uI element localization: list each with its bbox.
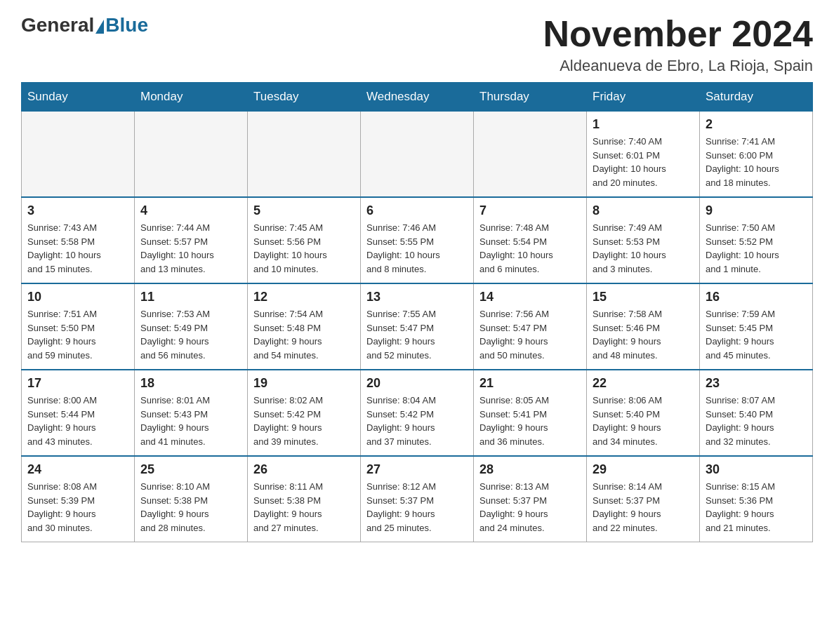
day-cell: 19Sunrise: 8:02 AMSunset: 5:42 PMDayligh… (248, 370, 361, 456)
day-number: 20 (366, 376, 468, 391)
day-info: Sunrise: 7:58 AMSunset: 5:46 PMDaylight:… (593, 307, 694, 362)
day-cell: 14Sunrise: 7:56 AMSunset: 5:47 PMDayligh… (474, 283, 587, 370)
day-cell: 3Sunrise: 7:43 AMSunset: 5:58 PMDaylight… (22, 197, 135, 283)
day-number: 14 (479, 290, 581, 304)
day-cell: 23Sunrise: 8:07 AMSunset: 5:40 PMDayligh… (700, 370, 813, 456)
day-cell: 25Sunrise: 8:10 AMSunset: 5:38 PMDayligh… (135, 456, 248, 542)
day-info: Sunrise: 8:01 AMSunset: 5:43 PMDaylight:… (140, 394, 241, 448)
month-title: November 2024 (543, 14, 813, 54)
day-number: 6 (366, 203, 468, 218)
day-number: 16 (706, 290, 807, 304)
week-row-3: 10Sunrise: 7:51 AMSunset: 5:50 PMDayligh… (22, 283, 813, 370)
week-row-2: 3Sunrise: 7:43 AMSunset: 5:58 PMDaylight… (22, 197, 813, 283)
column-header-monday: Monday (135, 83, 248, 112)
day-cell: 8Sunrise: 7:49 AMSunset: 5:53 PMDaylight… (587, 197, 700, 283)
day-info: Sunrise: 8:04 AMSunset: 5:42 PMDaylight:… (366, 394, 468, 448)
logo-triangle-icon (95, 20, 104, 34)
day-cell: 21Sunrise: 8:05 AMSunset: 5:41 PMDayligh… (474, 370, 587, 456)
day-number: 10 (27, 290, 128, 304)
day-number: 2 (706, 117, 807, 132)
day-info: Sunrise: 8:05 AMSunset: 5:41 PMDaylight:… (479, 394, 581, 448)
day-cell: 5Sunrise: 7:45 AMSunset: 5:56 PMDaylight… (248, 197, 361, 283)
column-header-sunday: Sunday (22, 83, 135, 112)
day-number: 24 (27, 462, 128, 477)
day-cell (361, 112, 474, 198)
day-info: Sunrise: 7:48 AMSunset: 5:54 PMDaylight:… (479, 221, 581, 276)
day-info: Sunrise: 8:06 AMSunset: 5:40 PMDaylight:… (593, 394, 694, 448)
calendar-table: SundayMondayTuesdayWednesdayThursdayFrid… (21, 82, 813, 542)
day-number: 9 (706, 203, 807, 218)
day-info: Sunrise: 7:40 AMSunset: 6:01 PMDaylight:… (593, 135, 694, 189)
page-header: General Blue November 2024 Aldeanueva de… (21, 14, 813, 75)
day-info: Sunrise: 7:44 AMSunset: 5:57 PMDaylight:… (140, 221, 241, 276)
logo-area: General Blue (21, 14, 148, 36)
day-info: Sunrise: 8:14 AMSunset: 5:37 PMDaylight:… (593, 480, 694, 535)
day-cell (22, 112, 135, 198)
day-cell: 18Sunrise: 8:01 AMSunset: 5:43 PMDayligh… (135, 370, 248, 456)
day-cell: 9Sunrise: 7:50 AMSunset: 5:52 PMDaylight… (700, 197, 813, 283)
day-info: Sunrise: 7:45 AMSunset: 5:56 PMDaylight:… (253, 221, 355, 276)
day-cell: 1Sunrise: 7:40 AMSunset: 6:01 PMDaylight… (587, 112, 700, 198)
day-info: Sunrise: 7:51 AMSunset: 5:50 PMDaylight:… (27, 307, 128, 362)
day-cell: 27Sunrise: 8:12 AMSunset: 5:37 PMDayligh… (361, 456, 474, 542)
day-cell: 7Sunrise: 7:48 AMSunset: 5:54 PMDaylight… (474, 197, 587, 283)
day-info: Sunrise: 8:10 AMSunset: 5:38 PMDaylight:… (140, 480, 241, 535)
day-number: 5 (253, 203, 355, 218)
day-number: 18 (140, 376, 241, 391)
week-row-1: 1Sunrise: 7:40 AMSunset: 6:01 PMDaylight… (22, 112, 813, 198)
day-number: 25 (140, 462, 241, 477)
day-number: 26 (253, 462, 355, 477)
day-cell: 24Sunrise: 8:08 AMSunset: 5:39 PMDayligh… (22, 456, 135, 542)
day-number: 22 (593, 376, 694, 391)
day-cell: 17Sunrise: 8:00 AMSunset: 5:44 PMDayligh… (22, 370, 135, 456)
day-number: 19 (253, 376, 355, 391)
day-cell: 11Sunrise: 7:53 AMSunset: 5:49 PMDayligh… (135, 283, 248, 370)
logo: General Blue (21, 14, 148, 36)
day-info: Sunrise: 8:12 AMSunset: 5:37 PMDaylight:… (366, 480, 468, 535)
day-info: Sunrise: 7:49 AMSunset: 5:53 PMDaylight:… (593, 221, 694, 276)
column-header-saturday: Saturday (700, 83, 813, 112)
day-info: Sunrise: 7:59 AMSunset: 5:45 PMDaylight:… (706, 307, 807, 362)
day-number: 4 (140, 203, 241, 218)
day-cell: 22Sunrise: 8:06 AMSunset: 5:40 PMDayligh… (587, 370, 700, 456)
day-cell: 6Sunrise: 7:46 AMSunset: 5:55 PMDaylight… (361, 197, 474, 283)
day-number: 30 (706, 462, 807, 477)
column-header-wednesday: Wednesday (361, 83, 474, 112)
day-number: 7 (479, 203, 581, 218)
day-number: 13 (366, 290, 468, 304)
day-cell: 2Sunrise: 7:41 AMSunset: 6:00 PMDaylight… (700, 112, 813, 198)
day-info: Sunrise: 8:02 AMSunset: 5:42 PMDaylight:… (253, 394, 355, 448)
day-number: 1 (593, 117, 694, 132)
day-info: Sunrise: 7:41 AMSunset: 6:00 PMDaylight:… (706, 135, 807, 189)
logo-blue-text: Blue (105, 14, 148, 36)
day-number: 11 (140, 290, 241, 304)
day-info: Sunrise: 8:07 AMSunset: 5:40 PMDaylight:… (706, 394, 807, 448)
day-info: Sunrise: 7:43 AMSunset: 5:58 PMDaylight:… (27, 221, 128, 276)
week-row-5: 24Sunrise: 8:08 AMSunset: 5:39 PMDayligh… (22, 456, 813, 542)
day-info: Sunrise: 8:08 AMSunset: 5:39 PMDaylight:… (27, 480, 128, 535)
day-cell: 26Sunrise: 8:11 AMSunset: 5:38 PMDayligh… (248, 456, 361, 542)
day-cell: 13Sunrise: 7:55 AMSunset: 5:47 PMDayligh… (361, 283, 474, 370)
week-row-4: 17Sunrise: 8:00 AMSunset: 5:44 PMDayligh… (22, 370, 813, 456)
day-info: Sunrise: 8:15 AMSunset: 5:36 PMDaylight:… (706, 480, 807, 535)
day-cell: 16Sunrise: 7:59 AMSunset: 5:45 PMDayligh… (700, 283, 813, 370)
day-info: Sunrise: 8:00 AMSunset: 5:44 PMDaylight:… (27, 394, 128, 448)
day-info: Sunrise: 7:55 AMSunset: 5:47 PMDaylight:… (366, 307, 468, 362)
day-info: Sunrise: 8:13 AMSunset: 5:37 PMDaylight:… (479, 480, 581, 535)
day-cell: 4Sunrise: 7:44 AMSunset: 5:57 PMDaylight… (135, 197, 248, 283)
logo-general-text: General (21, 14, 94, 36)
day-info: Sunrise: 7:46 AMSunset: 5:55 PMDaylight:… (366, 221, 468, 276)
day-number: 12 (253, 290, 355, 304)
day-info: Sunrise: 8:11 AMSunset: 5:38 PMDaylight:… (253, 480, 355, 535)
column-header-friday: Friday (587, 83, 700, 112)
day-number: 15 (593, 290, 694, 304)
day-number: 29 (593, 462, 694, 477)
day-cell (474, 112, 587, 198)
day-number: 21 (479, 376, 581, 391)
day-cell: 12Sunrise: 7:54 AMSunset: 5:48 PMDayligh… (248, 283, 361, 370)
day-cell: 30Sunrise: 8:15 AMSunset: 5:36 PMDayligh… (700, 456, 813, 542)
column-header-tuesday: Tuesday (248, 83, 361, 112)
day-cell (135, 112, 248, 198)
day-cell: 20Sunrise: 8:04 AMSunset: 5:42 PMDayligh… (361, 370, 474, 456)
day-cell: 15Sunrise: 7:58 AMSunset: 5:46 PMDayligh… (587, 283, 700, 370)
